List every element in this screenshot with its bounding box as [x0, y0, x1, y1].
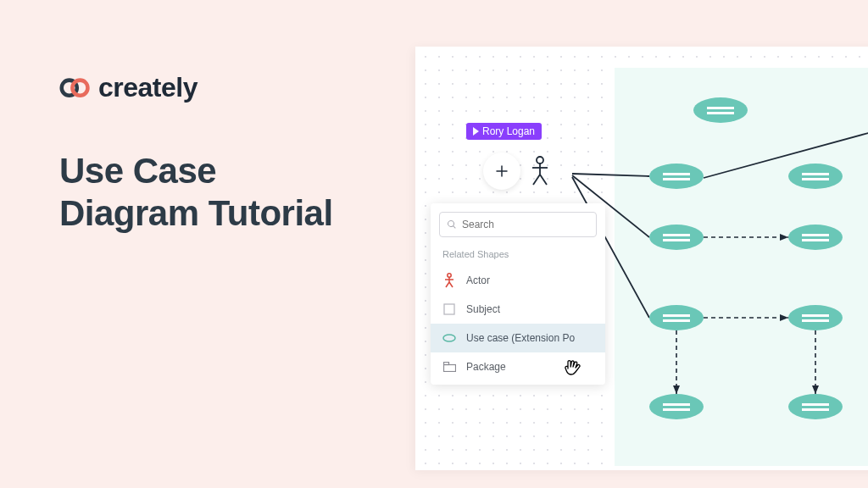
svg-line-17 — [533, 175, 540, 185]
usecase-node[interactable] — [788, 164, 843, 189]
svg-point-1 — [72, 80, 87, 95]
shape-search[interactable] — [439, 212, 597, 237]
shape-item-subject[interactable]: Subject — [431, 295, 605, 324]
subject-icon — [442, 302, 456, 316]
usecase-node[interactable] — [649, 394, 704, 419]
left-panel: creately Use Case Diagram Tutorial — [59, 72, 381, 236]
shapes-heading: Related Shapes — [431, 246, 605, 266]
actor-figure-icon[interactable] — [531, 156, 549, 186]
title-line-2: Diagram Tutorial — [59, 193, 333, 233]
diagram-canvas[interactable]: Rory Logan Related Shapes Actor — [415, 47, 868, 470]
shape-item-label: Subject — [466, 303, 500, 315]
shape-item-package[interactable]: Package — [431, 352, 605, 381]
svg-point-14 — [537, 157, 543, 164]
svg-line-23 — [449, 282, 453, 287]
shape-item-label: Package — [466, 361, 506, 373]
canvas-toolbar — [483, 152, 549, 190]
page-title: Use Case Diagram Tutorial — [59, 150, 381, 236]
collaborator-cursor-label: Rory Logan — [466, 123, 542, 140]
title-line-1: Use Case — [59, 151, 216, 191]
svg-rect-27 — [443, 365, 455, 372]
brand-row: creately — [59, 72, 381, 103]
usecase-node[interactable] — [649, 225, 704, 250]
package-icon — [442, 360, 456, 374]
shapes-panel: Related Shapes Actor Subject Use case (E… — [431, 203, 605, 385]
search-input[interactable] — [462, 219, 589, 230]
usecase-node[interactable] — [649, 305, 704, 330]
usecase-node[interactable] — [788, 225, 843, 250]
usecase-node[interactable] — [788, 305, 843, 330]
usecase-icon — [442, 331, 456, 345]
svg-line-18 — [540, 175, 547, 185]
creately-logo-icon — [59, 77, 92, 99]
shape-item-label: Use case (Extension Po — [466, 332, 575, 344]
svg-point-25 — [443, 335, 455, 341]
search-icon — [447, 219, 457, 230]
usecase-node[interactable] — [649, 164, 704, 189]
shape-item-usecase-extension[interactable]: Use case (Extension Po — [431, 324, 605, 352]
cursor-pointer-icon — [473, 127, 479, 136]
add-shape-button[interactable] — [483, 152, 520, 190]
svg-point-19 — [448, 274, 451, 277]
shape-item-actor[interactable]: Actor — [431, 266, 605, 295]
actor-icon — [442, 274, 456, 287]
svg-rect-24 — [444, 304, 454, 314]
svg-line-22 — [446, 282, 449, 287]
brand-name: creately — [98, 72, 198, 103]
plus-icon — [494, 164, 509, 179]
usecase-node[interactable] — [788, 394, 843, 419]
collaborator-name: Rory Logan — [482, 125, 535, 137]
usecase-node[interactable] — [693, 97, 748, 123]
shape-item-label: Actor — [466, 274, 490, 286]
